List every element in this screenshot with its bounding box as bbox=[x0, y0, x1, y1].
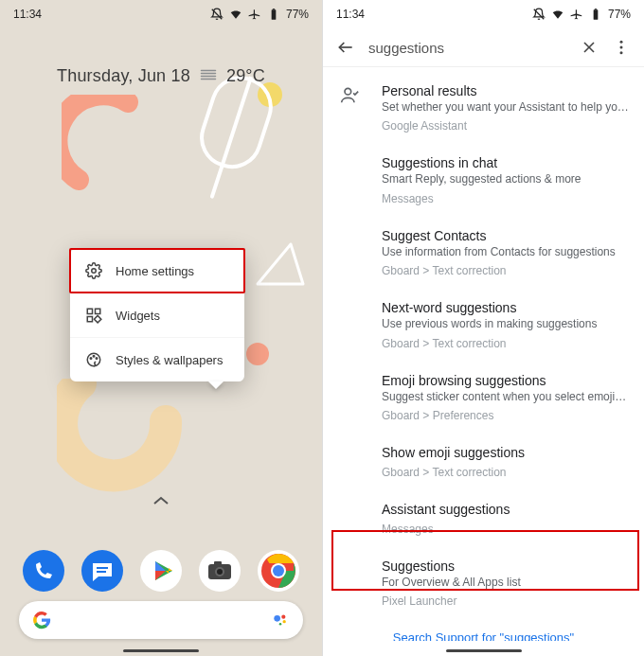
app-drawer-handle[interactable] bbox=[152, 492, 170, 509]
result-sub: Smart Reply, suggested actions & more bbox=[382, 172, 631, 186]
result-path: Gboard > Text correction bbox=[382, 466, 631, 479]
svg-point-42 bbox=[279, 623, 282, 626]
dnd-icon bbox=[532, 8, 546, 21]
app-messages[interactable] bbox=[81, 550, 123, 592]
result-show-emoji[interactable]: Show emoji suggestions Gboard > Text cor… bbox=[323, 434, 644, 490]
menu-widgets[interactable]: Widgets bbox=[70, 293, 244, 337]
result-title: Suggestions in chat bbox=[382, 155, 631, 170]
wifi-icon bbox=[229, 8, 242, 21]
search-support-link[interactable]: Search Support for "suggestions" bbox=[323, 619, 644, 641]
more-icon[interactable] bbox=[612, 38, 631, 57]
result-path: Messages bbox=[382, 192, 631, 205]
app-phone[interactable] bbox=[23, 550, 64, 592]
result-suggestions-launcher[interactable]: Suggestions For Overview & All Apps list… bbox=[323, 547, 644, 619]
status-icons: 77% bbox=[210, 8, 309, 21]
svg-line-2 bbox=[223, 77, 251, 165]
home-context-menu: Home settings Widgets Styles & wallpaper… bbox=[70, 249, 244, 381]
result-path: Gboard > Preferences bbox=[382, 409, 631, 422]
svg-point-41 bbox=[283, 620, 286, 623]
result-sub: For Overview & All Apps list bbox=[382, 576, 631, 589]
svg-rect-15 bbox=[87, 317, 92, 322]
menu-styles-wallpapers[interactable]: Styles & wallpapers bbox=[70, 337, 244, 381]
palette-icon bbox=[85, 351, 102, 368]
svg-rect-16 bbox=[94, 315, 100, 322]
result-path: Pixel Launcher bbox=[382, 594, 631, 608]
dnd-icon bbox=[210, 8, 224, 21]
app-camera[interactable] bbox=[199, 550, 241, 592]
wallpaper-dot-orange bbox=[244, 341, 271, 367]
google-logo-icon bbox=[32, 611, 51, 629]
result-sub: Suggest sticker content when you select … bbox=[382, 390, 631, 403]
svg-point-21 bbox=[23, 550, 64, 592]
svg-point-12 bbox=[92, 269, 97, 274]
result-title: Assistant suggestions bbox=[382, 502, 631, 517]
battery-icon bbox=[589, 8, 602, 21]
svg-rect-7 bbox=[273, 9, 275, 9]
result-next-word[interactable]: Next-word suggestions Use previous words… bbox=[323, 289, 644, 361]
svg-rect-14 bbox=[96, 309, 100, 313]
svg-point-4 bbox=[246, 343, 269, 365]
result-sub: Use information from Contacts for sugges… bbox=[382, 245, 631, 258]
nav-handle[interactable] bbox=[123, 649, 199, 652]
result-suggestions-in-chat[interactable]: Suggestions in chat Smart Reply, suggest… bbox=[323, 144, 644, 216]
svg-point-49 bbox=[620, 41, 623, 44]
result-path: Gboard > Text correction bbox=[382, 264, 631, 277]
svg-point-40 bbox=[281, 615, 285, 619]
assistant-icon[interactable] bbox=[271, 611, 290, 629]
clear-icon[interactable] bbox=[580, 38, 599, 57]
person-icon bbox=[340, 85, 359, 108]
nav-handle[interactable] bbox=[446, 649, 522, 652]
wifi-icon bbox=[551, 8, 564, 21]
svg-point-39 bbox=[274, 615, 280, 622]
date-weather-row[interactable]: Thursday, Jun 18 29°C bbox=[0, 66, 322, 86]
widgets-icon bbox=[85, 307, 102, 324]
status-bar: 11:34 77% bbox=[0, 0, 322, 25]
search-bar: suggestions bbox=[323, 25, 644, 67]
svg-rect-32 bbox=[214, 561, 222, 565]
result-assistant-suggestions[interactable]: Assistant suggestions Messages bbox=[323, 490, 644, 547]
menu-label: Styles & wallpapers bbox=[116, 353, 223, 367]
status-icons: 77% bbox=[532, 8, 631, 21]
result-title: Suggestions bbox=[382, 558, 631, 574]
result-emoji-browsing[interactable]: Emoji browsing suggestions Suggest stick… bbox=[323, 362, 644, 434]
app-play-store[interactable] bbox=[140, 550, 182, 592]
svg-point-34 bbox=[217, 569, 223, 575]
result-path: Gboard > Text correction bbox=[382, 337, 631, 350]
result-personal-results[interactable]: Personal results Set whether you want yo… bbox=[323, 72, 644, 144]
battery-text: 77% bbox=[286, 8, 309, 21]
menu-label: Widgets bbox=[116, 309, 160, 323]
temp-text: 29°C bbox=[226, 66, 265, 86]
menu-home-settings[interactable]: Home settings bbox=[70, 249, 244, 293]
airplane-icon bbox=[570, 8, 583, 21]
wallpaper-arc-orange bbox=[62, 95, 147, 199]
svg-rect-13 bbox=[87, 309, 92, 313]
home-screen: 11:34 77% Thursday, Jun 18 29°C Home set… bbox=[0, 0, 322, 656]
svg-point-38 bbox=[273, 565, 284, 576]
svg-rect-45 bbox=[595, 9, 597, 9]
result-title: Suggest Contacts bbox=[382, 228, 631, 243]
airplane-icon bbox=[248, 8, 261, 21]
result-sub: Set whether you want your Assistant to h… bbox=[382, 100, 631, 114]
svg-point-20 bbox=[96, 358, 98, 360]
battery-icon bbox=[267, 8, 280, 21]
status-time: 11:34 bbox=[13, 8, 42, 21]
search-results: Personal results Set whether you want yo… bbox=[323, 72, 644, 641]
svg-rect-6 bbox=[272, 9, 277, 19]
menu-caret-icon bbox=[208, 381, 224, 389]
svg-point-52 bbox=[345, 88, 351, 95]
app-chrome[interactable] bbox=[258, 550, 299, 592]
search-query[interactable]: suggestions bbox=[368, 40, 566, 56]
result-sub: Use previous words in making suggestions bbox=[382, 317, 631, 330]
svg-point-51 bbox=[620, 51, 623, 54]
result-title: Personal results bbox=[382, 83, 631, 98]
result-suggest-contacts[interactable]: Suggest Contacts Use information from Co… bbox=[323, 217, 644, 289]
google-search-bar[interactable] bbox=[19, 601, 303, 639]
settings-search-screen: 11:34 77% suggestions Personal results S… bbox=[322, 0, 644, 656]
date-text: Thursday, Jun 18 bbox=[57, 66, 190, 86]
status-bar: 11:34 77% bbox=[323, 0, 644, 25]
back-icon[interactable] bbox=[336, 38, 355, 57]
svg-line-3 bbox=[212, 165, 223, 196]
result-title: Emoji browsing suggestions bbox=[382, 373, 631, 388]
result-title: Next-word suggestions bbox=[382, 300, 631, 315]
svg-point-18 bbox=[90, 358, 92, 360]
